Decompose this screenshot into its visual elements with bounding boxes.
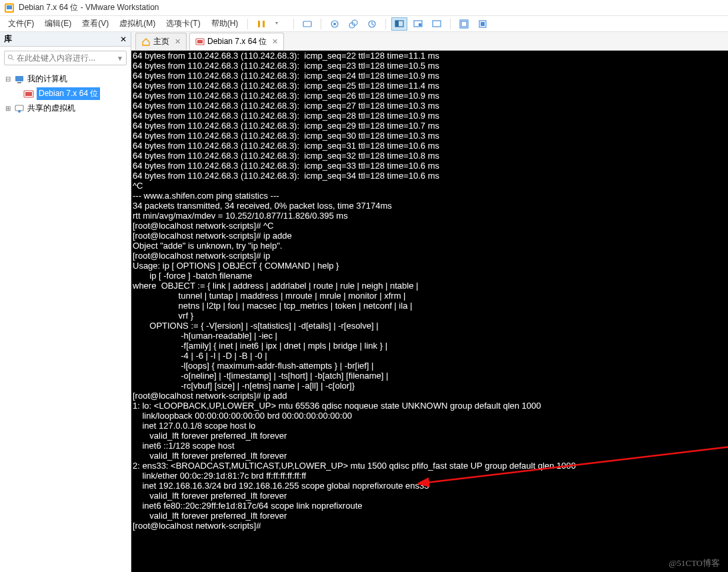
separator [385, 19, 386, 29]
terminal-line: 1: lo: <LOOPBACK,UP,LOWER_UP> mtu 65536 … [133, 401, 727, 411]
tab-close-button[interactable]: ✕ [272, 37, 278, 46]
separator [293, 19, 294, 29]
tree-node-shared[interactable]: ⊞ 共享的虚拟机 [1, 101, 129, 115]
tab-home[interactable]: 主页 ✕ [135, 33, 187, 50]
menu-file[interactable]: 文件(F) [3, 17, 39, 31]
stretch-guest-button[interactable] [429, 17, 445, 31]
view-thumbnail-button[interactable] [410, 17, 426, 31]
sidebar-close-button[interactable]: ✕ [120, 35, 127, 44]
svg-rect-12 [395, 21, 399, 27]
terminal-line: -o[neline] | -t[imestamp] | -ts[hort] | … [133, 371, 727, 381]
terminal-line: -h[uman-readable] | -iec | [133, 331, 727, 341]
tab-close-button[interactable]: ✕ [175, 37, 181, 46]
terminal-line: inet 192.168.16.3/24 brd 192.168.16.255 … [133, 481, 727, 491]
unity-button[interactable] [475, 17, 491, 31]
revert-snapshot-button[interactable] [364, 17, 380, 31]
terminal-line: 64 bytes from 110.242.68.3 (110.242.68.3… [133, 121, 727, 131]
terminal-line: tunnel | tuntap | maddress | mroute | mr… [133, 291, 727, 301]
vm-icon [195, 37, 205, 47]
menu-edit[interactable]: 编辑(E) [39, 17, 77, 31]
fullscreen-button[interactable] [456, 17, 472, 31]
svg-rect-29 [197, 40, 203, 43]
terminal-line: 64 bytes from 110.242.68.3 (110.242.68.3… [133, 71, 727, 81]
terminal-line: where OBJECT := { link | address | addrl… [133, 281, 727, 291]
view-console-button[interactable] [391, 17, 407, 31]
vm-tree: ⊟ 我的计算机 Debian 7.x 64 位 ⊞ 共享的虚拟机 [0, 69, 131, 118]
terminal-line: 64 bytes from 110.242.68.3 (110.242.68.3… [133, 161, 727, 171]
svg-rect-15 [433, 21, 441, 27]
tab-bar: 主页 ✕ Debian 7.x 64 位 ✕ [131, 32, 728, 51]
terminal-line: --- www.a.shifen.com ping statistics --- [133, 191, 727, 201]
terminal-line: valid_lft forever preferred_lft forever [133, 491, 727, 501]
sidebar-header: 库 ✕ [0, 32, 131, 47]
terminal-line: -rc[vbuf] [size] | -n[etns] name | -a[ll… [133, 381, 727, 391]
sidebar-search[interactable]: ▼ [4, 51, 127, 65]
svg-point-7 [333, 23, 336, 25]
vm-icon [23, 89, 34, 99]
terminal-line: [root@localhost network-scripts]# ^C [133, 221, 727, 231]
sidebar-title: 库 [4, 33, 12, 45]
terminal[interactable]: 64 bytes from 110.242.68.3 (110.242.68.3… [131, 51, 728, 572]
terminal-line: [root@localhost network-scripts]# [133, 521, 727, 531]
svg-rect-5 [303, 21, 311, 27]
shared-icon [14, 103, 25, 114]
tree-label: 我的计算机 [27, 73, 67, 85]
terminal-line: [root@localhost network-scripts]# ip [133, 251, 727, 261]
terminal-line: 64 bytes from 110.242.68.3 (110.242.68.3… [133, 81, 727, 91]
menu-help[interactable]: 帮助(H) [206, 17, 244, 31]
svg-line-21 [11, 58, 13, 60]
svg-rect-3 [258, 21, 260, 27]
terminal-line: Object "adde" is unknown, try "ip help". [133, 241, 727, 251]
separator [450, 19, 451, 29]
snapshot-manager-button[interactable] [345, 17, 361, 31]
snapshot-button[interactable] [327, 17, 343, 31]
terminal-line: ^C [133, 181, 727, 191]
terminal-line: valid_lft forever preferred_lft forever [133, 431, 727, 441]
terminal-line: OPTIONS := { -V[ersion] | -s[tatistics] … [133, 321, 727, 331]
menu-vm[interactable]: 虚拟机(M) [114, 17, 161, 31]
menu-tabs[interactable]: 选项卡(T) [161, 17, 205, 31]
terminal-line: 64 bytes from 110.242.68.3 (110.242.68.3… [133, 61, 727, 71]
tab-label: 主页 [153, 36, 169, 47]
terminal-line: 64 bytes from 110.242.68.3 (110.242.68.3… [133, 91, 727, 101]
expand-toggle[interactable]: ⊟ [4, 75, 11, 83]
terminal-line: [root@localhost network-scripts]# ip add… [133, 231, 727, 241]
tab-vm[interactable]: Debian 7.x 64 位 ✕ [189, 33, 284, 50]
menu-view[interactable]: 查看(V) [77, 17, 114, 31]
svg-rect-4 [263, 21, 265, 27]
terminal-line: -l[oops] { maximum-addr-flush-attempts }… [133, 361, 727, 371]
terminal-line: 34 packets transmitted, 34 received, 0% … [133, 201, 727, 211]
tab-label: Debian 7.x 64 位 [207, 36, 267, 47]
main: 库 ✕ ▼ ⊟ 我的计算机 Debian 7.x 64 位 ⊞ 共享的虚拟机 [0, 32, 728, 572]
terminal-line: 64 bytes from 110.242.68.3 (110.242.68.3… [133, 141, 727, 151]
terminal-line: link/ether 00:0c:29:1d:81:7c brd ff:ff:f… [133, 471, 727, 481]
terminal-line: Usage: ip [ OPTIONS ] OBJECT { COMMAND |… [133, 261, 727, 271]
terminal-line: 64 bytes from 110.242.68.3 (110.242.68.3… [133, 101, 727, 111]
tree-node-my-computer[interactable]: ⊟ 我的计算机 [1, 72, 129, 86]
computer-icon [14, 74, 25, 85]
menubar: 文件(F) 编辑(E) 查看(V) 虚拟机(M) 选项卡(T) 帮助(H) [0, 16, 728, 32]
svg-rect-17 [461, 21, 467, 27]
terminal-line: 64 bytes from 110.242.68.3 (110.242.68.3… [133, 111, 727, 121]
svg-rect-2 [7, 5, 12, 9]
search-input[interactable] [17, 53, 117, 63]
expand-toggle[interactable]: ⊞ [4, 105, 11, 112]
terminal-line: 64 bytes from 110.242.68.3 (110.242.68.3… [133, 51, 727, 61]
watermark: @51CTO博客 [669, 558, 720, 568]
separator [321, 19, 321, 29]
window-title: Debian 7.x 64 位 - VMware Workstation [19, 2, 159, 13]
svg-rect-14 [419, 23, 421, 26]
titlebar: Debian 7.x 64 位 - VMware Workstation [0, 0, 728, 16]
content: 主页 ✕ Debian 7.x 64 位 ✕ 64 bytes from 110… [131, 32, 728, 572]
terminal-line: 64 bytes from 110.242.68.3 (110.242.68.3… [133, 131, 727, 141]
tree-label: Debian 7.x 64 位 [37, 87, 100, 100]
pause-button[interactable] [253, 17, 269, 31]
tree-label: 共享的虚拟机 [27, 103, 75, 114]
terminal-line: inet6 fe80::20c:29ff:fe1d:817c/64 scope … [133, 501, 727, 511]
send-ctrl-alt-del-button[interactable] [299, 17, 315, 31]
terminal-line: link/loopback 00:00:00:00:00:00 brd 00:0… [133, 411, 727, 421]
chevron-down-icon[interactable]: ▼ [117, 55, 123, 62]
home-icon [141, 37, 151, 47]
tree-node-debian[interactable]: Debian 7.x 64 位 [1, 86, 129, 101]
play-dropdown[interactable] [272, 17, 288, 31]
